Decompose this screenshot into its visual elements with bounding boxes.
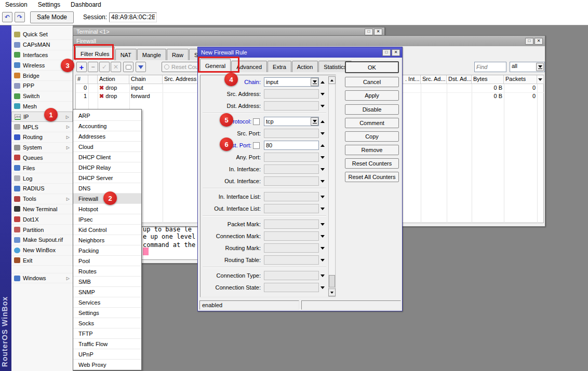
col-header-num[interactable]: # [76,75,88,84]
disable-button[interactable]: Disable [345,104,399,115]
restore-icon[interactable]: □ [365,29,373,35]
close-icon[interactable]: ✕ [534,38,543,45]
remove-rule-button[interactable]: − [88,62,98,72]
reset-counters-button[interactable]: Reset Counters [345,158,399,169]
tab-mangle[interactable]: Mangle [137,49,166,60]
tab-action[interactable]: Action [292,61,318,72]
sidebar-item-queues[interactable]: Queues [11,153,73,163]
sidebar-item-ip[interactable]: 255IP▷ [11,112,73,122]
undo-button[interactable]: ↶ [2,12,12,22]
submenu-item-upnp[interactable]: UPnP [73,349,141,360]
row-up-arrow-icon[interactable] [320,144,325,147]
sidebar-item-tools[interactable]: Tools▷ [11,194,73,204]
restore-icon[interactable]: □ [525,38,533,45]
sidebar-item-routing[interactable]: Routing▷ [11,132,73,143]
redo-button[interactable]: ↷ [15,12,25,22]
enable-rule-button[interactable]: ✓ [99,62,110,72]
submenu-item-neighbors[interactable]: Neighbors [73,235,141,245]
sidebar-item-switch[interactable]: Switch [11,91,73,102]
remove-button[interactable]: Remove [345,145,399,155]
row-down-arrow-icon[interactable] [320,286,325,289]
row-down-arrow-icon[interactable] [320,223,325,226]
connection-mark-input[interactable] [264,231,319,241]
in-interface-list-input[interactable] [264,192,319,201]
protocol-checkbox[interactable] [253,118,260,125]
tab-raw[interactable]: Raw [167,49,189,60]
routing-table-input[interactable] [264,255,319,265]
submenu-item-traffic-flow[interactable]: Traffic Flow [73,339,141,349]
out-interface-list-input[interactable] [264,204,319,213]
row-up-arrow-icon[interactable] [320,120,325,123]
submenu-item-kid-control[interactable]: Kid Control [73,225,141,235]
sidebar-item-mesh[interactable]: Mesh [11,102,73,112]
row-up-arrow-icon[interactable] [320,81,325,84]
column-config-button[interactable] [537,75,544,84]
safe-mode-button[interactable]: Safe Mode [30,11,74,23]
row-down-arrow-icon[interactable] [320,259,325,262]
col-header-packets[interactable]: Packets [504,75,537,84]
copy-button[interactable]: Copy [345,131,399,142]
dropdown-icon[interactable] [536,63,544,71]
dialog-scrollbar[interactable] [328,76,336,297]
session-id-field[interactable] [109,12,157,22]
submenu-item-arp[interactable]: ARP [73,111,141,121]
src-address-input[interactable] [264,89,319,99]
submenu-item-hotspot[interactable]: Hotspot [73,204,141,214]
submenu-item-dhcp-client[interactable]: DHCP Client [73,152,141,162]
chain-dropdown-icon[interactable] [311,78,318,86]
col-header-src-ad[interactable]: Src. Ad... [421,75,447,84]
submenu-item-settings[interactable]: Settings [73,308,141,318]
sidebar-item-new-terminal[interactable]: New Terminal [11,204,73,215]
sidebar-item-log[interactable]: Log [11,173,73,184]
dst-address-input[interactable] [264,101,319,111]
src-port-input[interactable] [264,129,319,138]
cancel-button[interactable]: Cancel [345,77,399,87]
out-interface-input[interactable] [264,176,319,186]
row-down-arrow-icon[interactable] [320,274,325,277]
ok-button[interactable]: OK [345,61,399,73]
close-icon[interactable]: ✕ [392,49,400,56]
row-down-arrow-icon[interactable] [320,196,325,198]
add-rule-button[interactable]: + [76,62,87,72]
sidebar-item-make-supout[interactable]: Make Supout.rif [11,235,73,245]
submenu-item-smb[interactable]: SMB [73,277,141,287]
col-header-bytes[interactable]: Bytes [472,75,504,84]
submenu-item-pool[interactable]: Pool [73,256,141,266]
apply-button[interactable]: Apply [345,90,399,101]
row-down-arrow-icon[interactable] [320,132,325,135]
col-header-flags[interactable] [88,75,98,84]
restore-icon[interactable]: □ [382,49,391,56]
firewall-titlebar[interactable]: Firewall □ ✕ [73,36,545,46]
submenu-item-packing[interactable]: Packing [73,245,141,256]
sidebar-item-windows[interactable]: Windows▷ [11,273,73,283]
sidebar-item-radius[interactable]: RADIUS [11,184,73,194]
col-header-action[interactable]: Action [98,75,129,84]
scroll-up-button[interactable] [328,76,336,84]
comment-button[interactable]: Comment [345,118,399,128]
sidebar-item-partition[interactable]: Partition [11,225,73,235]
submenu-item-accounting[interactable]: Accounting [73,121,141,131]
disable-rule-button[interactable]: ✕ [111,62,121,72]
sidebar-item-exit[interactable]: Exit [11,256,73,266]
submenu-item-dhcp-server[interactable]: DHCP Server [73,173,141,183]
submenu-item-tftp[interactable]: TFTP [73,328,141,339]
tab-extra[interactable]: Extra [268,61,291,72]
row-down-arrow-icon[interactable] [320,105,325,107]
submenu-item-dhcp-relay[interactable]: DHCP Relay [73,162,141,173]
row-down-arrow-icon[interactable] [320,168,325,171]
row-down-arrow-icon[interactable] [320,156,325,159]
sidebar-item-capsman[interactable]: CAPsMAN [11,40,73,50]
submenu-item-cloud[interactable]: Cloud [73,142,141,152]
in-interface-input[interactable] [264,164,319,174]
tab-nat[interactable]: NAT [115,49,137,60]
col-header-out-int[interactable]: . Int... [404,75,421,84]
sidebar-item-bridge[interactable]: Bridge [11,71,73,81]
find-filter-dropdown[interactable]: all [510,62,545,72]
row-down-arrow-icon[interactable] [320,235,325,238]
routing-mark-input[interactable] [264,243,319,253]
submenu-item-services[interactable]: Services [73,297,141,308]
sidebar-item-files[interactable]: Files [11,163,73,173]
find-input[interactable] [474,62,506,72]
submenu-item-snmp[interactable]: SNMP [73,287,141,297]
sidebar-item-dot1x[interactable]: Dot1X [11,214,73,225]
